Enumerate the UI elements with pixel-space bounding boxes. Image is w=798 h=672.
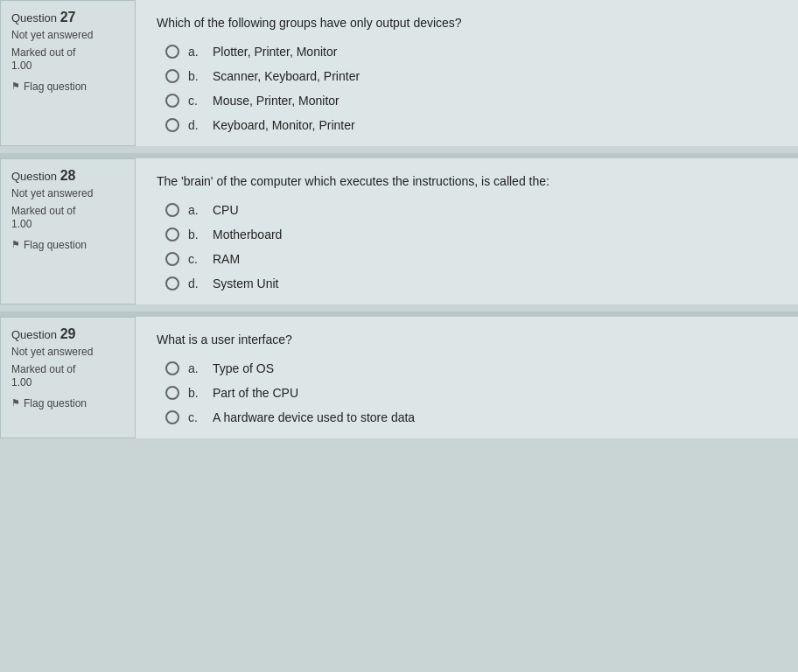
radio-29-b[interactable] [165, 386, 179, 400]
radio-29-c[interactable] [165, 410, 179, 424]
option-27-c[interactable]: c. Mouse, Printer, Monitor [165, 94, 777, 108]
question-num-28: 28 [60, 168, 76, 183]
question-text-27: Which of the following groups have only … [157, 14, 777, 32]
radio-29-a[interactable] [165, 361, 179, 375]
option-text-29-c: A hardware device used to store data [213, 410, 415, 424]
option-text-29-a: Type of OS [213, 361, 274, 375]
radio-28-b[interactable] [165, 228, 179, 242]
option-27-d[interactable]: d. Keyboard, Monitor, Printer [165, 118, 777, 132]
question-marked-28: Marked out of 1.00 [11, 205, 124, 232]
option-label-29-b: b. [188, 386, 204, 400]
question-status-28: Not yet answered [11, 187, 124, 201]
option-label-27-a: a. [188, 45, 204, 59]
option-text-28-d: System Unit [213, 276, 278, 290]
option-27-a[interactable]: a. Plotter, Printer, Monitor [165, 45, 777, 59]
option-label-28-c: c. [188, 252, 204, 266]
flag-label-28: Flag question [24, 239, 87, 251]
question-block-28: Question 28 Not yet answered Marked out … [0, 158, 798, 304]
question-sidebar-27: Question 27 Not yet answered Marked out … [0, 0, 136, 146]
option-label-29-a: a. [188, 361, 204, 375]
flag-icon-28: ⚑ [11, 239, 20, 250]
question-block-29: Question 29 Not yet answered Marked out … [0, 317, 798, 438]
option-29-c[interactable]: c. A hardware device used to store data [165, 410, 777, 424]
option-text-27-b: Scanner, Keyboard, Printer [213, 69, 360, 83]
option-label-28-b: b. [188, 228, 204, 242]
options-list-27: a. Plotter, Printer, Monitor b. Scanner,… [157, 45, 777, 132]
question-label-29: Question [11, 328, 60, 341]
question-label-28: Question [11, 170, 60, 183]
option-28-c[interactable]: c. RAM [165, 252, 777, 266]
flag-icon-27: ⚑ [11, 80, 20, 92]
flag-label-29: Flag question [24, 397, 87, 410]
question-text-29: What is a user interface? [157, 331, 777, 349]
options-list-29: a. Type of OS b. Part of the CPU c. A ha… [157, 361, 777, 424]
question-number-28: Question 28 [11, 168, 124, 184]
option-text-27-c: Mouse, Printer, Monitor [213, 94, 340, 108]
question-status-27: Not yet answered [11, 29, 124, 43]
question-block-27: Question 27 Not yet answered Marked out … [0, 0, 798, 146]
flag-icon-29: ⚑ [11, 397, 20, 409]
option-text-27-d: Keyboard, Monitor, Printer [213, 118, 355, 132]
option-28-a[interactable]: a. CPU [165, 203, 777, 217]
flag-question-27[interactable]: ⚑ Flag question [11, 80, 124, 93]
question-label: Question [11, 11, 60, 24]
option-text-28-b: Motherboard [213, 228, 282, 242]
radio-28-c[interactable] [165, 252, 179, 266]
question-content-29: What is a user interface? a. Type of OS … [136, 317, 798, 438]
flag-question-29[interactable]: ⚑ Flag question [11, 397, 124, 410]
question-sidebar-29: Question 29 Not yet answered Marked out … [0, 317, 136, 438]
question-content-27: Which of the following groups have only … [136, 0, 798, 146]
option-text-29-b: Part of the CPU [213, 386, 298, 400]
flag-question-28[interactable]: ⚑ Flag question [11, 239, 124, 251]
option-28-b[interactable]: b. Motherboard [165, 228, 777, 242]
radio-28-a[interactable] [165, 203, 179, 217]
flag-label-27: Flag question [24, 80, 87, 93]
radio-27-b[interactable] [165, 69, 179, 83]
option-label-27-d: d. [188, 118, 204, 132]
page-container: Question 27 Not yet answered Marked out … [0, 0, 798, 445]
question-num: 27 [60, 10, 76, 24]
radio-27-a[interactable] [165, 45, 179, 59]
option-text-28-c: RAM [213, 252, 240, 266]
question-marked-27: Marked out of 1.00 [11, 46, 124, 74]
question-text-28: The 'brain' of the computer which execut… [157, 172, 777, 191]
option-text-27-a: Plotter, Printer, Monitor [213, 45, 337, 59]
option-text-28-a: CPU [213, 203, 239, 217]
radio-27-c[interactable] [165, 94, 179, 108]
question-marked-29: Marked out of 1.00 [11, 363, 124, 390]
question-status-29: Not yet answered [11, 346, 124, 360]
option-28-d[interactable]: d. System Unit [165, 276, 777, 290]
option-29-a[interactable]: a. Type of OS [165, 361, 777, 375]
question-num-29: 29 [60, 326, 76, 341]
radio-28-d[interactable] [165, 276, 179, 290]
option-27-b[interactable]: b. Scanner, Keyboard, Printer [165, 69, 777, 83]
option-label-27-c: c. [188, 94, 204, 108]
option-label-29-c: c. [188, 410, 204, 424]
question-content-28: The 'brain' of the computer which execut… [136, 158, 798, 304]
question-number-29: Question 29 [11, 326, 124, 342]
question-sidebar-28: Question 28 Not yet answered Marked out … [0, 158, 136, 304]
options-list-28: a. CPU b. Motherboard c. RAM d. System U [157, 203, 777, 290]
question-number-27: Question 27 [11, 10, 124, 25]
option-label-27-b: b. [188, 69, 204, 83]
option-29-b[interactable]: b. Part of the CPU [165, 386, 777, 400]
option-label-28-d: d. [188, 276, 204, 290]
option-label-28-a: a. [188, 203, 204, 217]
radio-27-d[interactable] [165, 118, 179, 132]
